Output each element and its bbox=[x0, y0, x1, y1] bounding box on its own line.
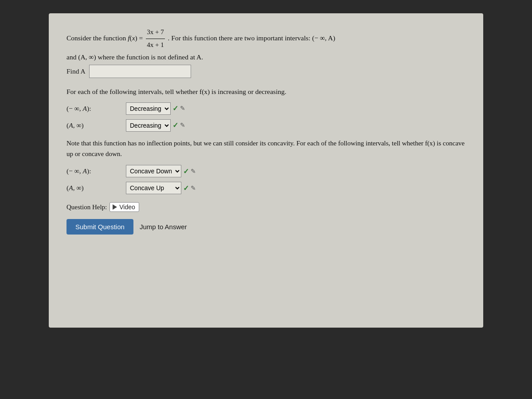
after-fraction: . For this function there are two import… bbox=[168, 34, 336, 42]
edit-icon-inc-1[interactable]: ✎ bbox=[180, 105, 185, 112]
interval-inc-1-label: (− ∞, A): bbox=[66, 105, 124, 113]
interval-conc-1-label: (− ∞, A): bbox=[66, 167, 124, 175]
check-icon-inc-2: ✓ bbox=[172, 121, 178, 129]
edit-icon-inc-2[interactable]: ✎ bbox=[180, 121, 185, 129]
problem-line1: Consider the function f(x) = 3x + 7 4x +… bbox=[66, 27, 466, 51]
function-name: f(x) = bbox=[128, 34, 145, 42]
denominator: 4x + 1 bbox=[146, 39, 164, 51]
question-help-label: Question Help: bbox=[66, 203, 107, 211]
interval-conc-2-label: (A, ∞) bbox=[66, 184, 124, 192]
check-icon-conc-1: ✓ bbox=[183, 167, 189, 176]
edit-icon-conc-1[interactable]: ✎ bbox=[191, 168, 196, 175]
interval-inc-2-label: (A, ∞) bbox=[66, 121, 124, 129]
question-help-row: Question Help: Video bbox=[66, 202, 466, 212]
check-icon-inc-1: ✓ bbox=[172, 104, 178, 113]
intro-text: Consider the function bbox=[66, 34, 126, 42]
interval-inc-2-select[interactable]: Increasing Decreasing bbox=[126, 119, 171, 132]
interval-conc-2-row: (A, ∞) Concave Up Concave Down ✓ ✎ bbox=[66, 182, 466, 194]
jump-to-answer-link[interactable]: Jump to Answer bbox=[140, 223, 187, 231]
video-button[interactable]: Video bbox=[110, 202, 139, 212]
concavity-note: Note that this function has no inflectio… bbox=[66, 138, 466, 160]
bottom-section bbox=[66, 248, 466, 310]
submit-button[interactable]: Submit Question bbox=[66, 219, 133, 235]
edit-icon-conc-2[interactable]: ✎ bbox=[191, 184, 196, 192]
interval-conc-1-select[interactable]: Concave Up Concave Down bbox=[126, 165, 181, 177]
play-icon bbox=[113, 204, 117, 210]
problem-line2: and (A, ∞) where the function is not def… bbox=[66, 51, 466, 63]
main-card: Consider the function f(x) = 3x + 7 4x +… bbox=[49, 13, 483, 328]
check-icon-conc-2: ✓ bbox=[183, 184, 189, 192]
find-a-label: Find A bbox=[66, 67, 86, 75]
interval-inc-1-row: (− ∞, A): Increasing Decreasing ✓ ✎ bbox=[66, 102, 466, 115]
video-label: Video bbox=[119, 203, 135, 211]
interval-inc-2-row: (A, ∞) Increasing Decreasing ✓ ✎ bbox=[66, 119, 466, 132]
find-a-input[interactable] bbox=[89, 65, 191, 78]
interval-conc-2-select[interactable]: Concave Up Concave Down bbox=[126, 182, 181, 194]
increasing-section: For each of the following intervals, tel… bbox=[66, 86, 466, 131]
increasing-instruction: For each of the following intervals, tel… bbox=[66, 86, 466, 98]
find-a-row: Find A bbox=[66, 65, 466, 78]
numerator: 3x + 7 bbox=[146, 27, 164, 39]
interval-conc-1-row: (− ∞, A): Concave Up Concave Down ✓ ✎ bbox=[66, 165, 466, 177]
action-row: Submit Question Jump to Answer bbox=[66, 219, 466, 235]
interval-inc-1-select[interactable]: Increasing Decreasing bbox=[126, 102, 171, 115]
fraction: 3x + 7 4x + 1 bbox=[146, 27, 164, 51]
